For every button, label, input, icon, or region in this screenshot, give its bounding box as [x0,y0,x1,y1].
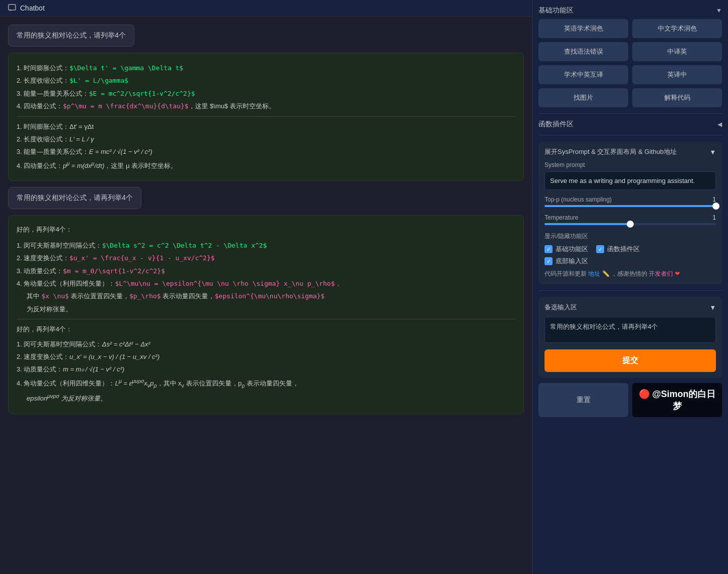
source-link-row: 代码开源和更新 地址 ✏️ ，感谢热情的 开发者们 ❤ [544,270,716,278]
chat-area: 常用的狭义相对论公式，请列举4个 1. 时间膨胀公式：$\Delta t' = … [0,17,532,574]
user-message-1: 常用的狭义相对论公式，请列举4个 [8,25,134,47]
checkbox-bottom-label: 底部输入区 [556,257,588,266]
checkbox-bottom-box[interactable]: ✓ [544,257,553,265]
basic-functions-arrow: ▼ [716,7,722,14]
basic-functions-label: 基础功能区 [538,6,574,15]
basic-buttons-grid: 英语学术润色 中文学术润色 查找语法错误 中译英 学术中英互译 英译中 找图片 … [538,19,722,107]
visibility-label: 显示/隐藏功能区 [544,232,716,241]
bottom-btn-row: 重置 🔴 @Simon的白日梦 [538,383,722,417]
top-bar-title: Chatbot [20,4,45,12]
checkbox-plugin-box[interactable]: ✓ [596,245,604,253]
divider-2 [538,135,722,135]
expand-label: 展开SysPrompt & 交互界面布局 & Github地址 [544,147,677,156]
btn-zh-to-en[interactable]: 中译英 [632,42,722,61]
top-p-row: Top-p (nucleus sampling) 1 [544,196,716,203]
assistant-message-1: 1. 时间膨胀公式：$\Delta t' = \gamma \Delta t$ … [8,53,524,181]
alt-input-arrow: ▼ [709,304,716,311]
assistant-message-2: 好的，再列举4个： 1. 闵可夫斯基时空间隔公式：$\Delta s^2 = c… [8,215,524,414]
btn-find-image[interactable]: 找图片 [538,88,628,107]
expand-section: 展开SysPrompt & 交互界面布局 & Github地址 ▼ System… [538,141,722,284]
svg-rect-0 [9,5,16,10]
btn-grammar-check[interactable]: 查找语法错误 [538,42,628,61]
source-text: 代码开源和更新 [544,270,587,277]
temperature-slider-thumb[interactable] [627,221,634,228]
temperature-value: 1 [712,214,716,221]
heart-icon: ❤ [675,270,680,277]
basic-functions-section: 基础功能区 ▼ 英语学术润色 中文学术润色 查找语法错误 中译英 学术中英互译 … [538,6,722,107]
user-message-2: 常用的狭义相对论公式，请再列举4个 [8,187,141,209]
chat-panel: Chatbot 常用的狭义相对论公式，请列举4个 1. 时间膨胀公式：$\Del… [0,0,532,574]
system-prompt-label: System prompt [544,161,716,168]
plugin-arrow: ◀ [717,121,722,128]
divider-1 [538,113,722,114]
right-panel: 基础功能区 ▼ 英语学术润色 中文学术润色 查找语法错误 中译英 学术中英互译 … [532,0,728,574]
reset-button[interactable]: 重置 [538,383,628,417]
btn-chinese-polish[interactable]: 中文学术润色 [632,19,722,38]
btn-explain-code[interactable]: 解释代码 [632,88,722,107]
thanks-text: ，感谢热情的 [611,270,647,277]
btn-en-to-zh[interactable]: 英译中 [632,65,722,84]
submit-button[interactable]: 提交 [544,349,716,372]
plugin-label: 函数插件区 [538,120,574,129]
system-prompt-box: Serve me as a writing and programming as… [544,171,716,190]
basic-functions-header: 基础功能区 ▼ [538,6,722,15]
source-link[interactable]: 地址 [588,270,600,277]
expand-arrow: ▼ [709,148,716,156]
btn-english-polish[interactable]: 英语学术润色 [538,19,628,38]
expand-header: 展开SysPrompt & 交互界面布局 & Github地址 ▼ [544,147,716,156]
watermark: 🔴 @Simon的白日梦 [632,383,722,417]
divider-3 [538,290,722,291]
alt-input-textarea[interactable]: 常用的狭义相对论公式，请再列举4个 [544,317,716,343]
checkbox-row-2: ✓ 底部输入区 [544,257,716,266]
checkbox-basic[interactable]: ✓ 基础功能区 [544,245,588,254]
top-p-label: Top-p (nucleus sampling) [544,196,612,203]
btn-academic-translate[interactable]: 学术中英互译 [538,65,628,84]
contributors-link[interactable]: 开发者们 [649,270,673,277]
alt-input-section: 备选输入区 ▼ 常用的狭义相对论公式，请再列举4个 提交 [538,297,722,378]
checkbox-plugin-label: 函数插件区 [607,245,640,254]
temperature-slider-track[interactable] [544,223,716,225]
weibo-icon: 🔴 [639,389,650,399]
top-p-slider-fill [544,205,716,207]
alt-input-header: 备选输入区 ▼ [544,303,716,312]
alt-input-label: 备选输入区 [544,303,577,312]
checkbox-bottom[interactable]: ✓ 底部输入区 [544,257,588,266]
temperature-label: Temperature [544,214,578,221]
temperature-row: Temperature 1 [544,214,716,221]
top-bar: Chatbot [0,0,532,17]
chat-icon [8,4,16,12]
top-p-value: 1 [712,196,716,203]
temperature-slider-fill [544,223,630,225]
checkbox-plugin[interactable]: ✓ 函数插件区 [596,245,640,254]
plugin-functions-section: 函数插件区 ◀ [538,120,722,129]
watermark-text: @Simon的白日梦 [652,389,716,411]
checkbox-basic-label: 基础功能区 [556,245,588,254]
top-p-slider-track[interactable] [544,205,716,207]
top-p-slider-thumb[interactable] [712,203,719,210]
checkbox-row-1: ✓ 基础功能区 ✓ 函数插件区 [544,245,716,254]
checkbox-basic-box[interactable]: ✓ [544,245,553,253]
